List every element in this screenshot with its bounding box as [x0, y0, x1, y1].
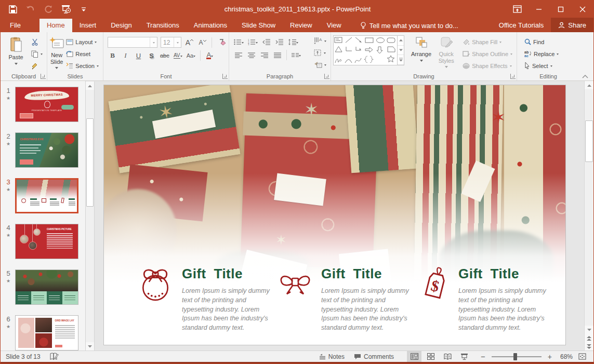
font-color-button[interactable]: A: [205, 50, 215, 61]
tab-animations[interactable]: Animations: [187, 19, 234, 32]
tab-home[interactable]: Home: [39, 19, 72, 32]
price-tag-icon[interactable]: $: [422, 266, 449, 303]
shapes-scroll-down[interactable]: [398, 46, 404, 56]
new-slide-button[interactable]: New Slide: [49, 35, 64, 71]
bow-icon[interactable]: [279, 270, 312, 297]
shape-effects-button[interactable]: Shape Effects: [460, 60, 514, 71]
zoom-slider-thumb[interactable]: [513, 353, 517, 360]
tab-file[interactable]: File: [1, 19, 30, 32]
bold-button[interactable]: B: [108, 50, 117, 61]
comments-toggle[interactable]: Comments: [350, 352, 398, 361]
increase-indent-button[interactable]: [274, 37, 284, 47]
save-icon[interactable]: [8, 4, 18, 15]
layout-button[interactable]: Layout: [64, 36, 101, 47]
customize-qat-icon[interactable]: [78, 4, 89, 15]
align-text-button[interactable]: [312, 47, 328, 58]
tab-insert[interactable]: Insert: [72, 19, 104, 32]
tab-transitions[interactable]: Transitions: [139, 19, 187, 32]
bullets-button[interactable]: [233, 37, 244, 47]
undo-icon[interactable]: [25, 4, 36, 15]
gift-title-3[interactable]: Gift Title: [458, 266, 548, 282]
section-button[interactable]: Section: [64, 60, 101, 71]
ribbon-display-options-icon[interactable]: [506, 1, 528, 18]
thumbnail-slide-5[interactable]: 5★: [1, 269, 85, 305]
drawing-dialog-launcher[interactable]: [510, 74, 516, 79]
gift-title-1[interactable]: Gift Title: [182, 266, 271, 282]
slide-5-preview[interactable]: [15, 269, 78, 305]
reading-view-button[interactable]: [440, 351, 455, 362]
clipboard-dialog-launcher[interactable]: [41, 74, 46, 79]
start-from-beginning-icon[interactable]: [61, 4, 71, 15]
shrink-font-button[interactable]: A: [197, 37, 207, 48]
numbering-button[interactable]: 123: [247, 37, 258, 47]
scroll-down-arrow[interactable]: [585, 326, 593, 334]
copy-button[interactable]: [29, 48, 45, 59]
previous-slide-button[interactable]: [585, 334, 593, 342]
arrange-button[interactable]: Arrange: [408, 34, 434, 63]
cut-button[interactable]: [29, 36, 45, 47]
align-right-button[interactable]: [259, 50, 269, 60]
convert-smartart-button[interactable]: [312, 59, 328, 70]
gift-body-3[interactable]: Lorem Ipsum is simply dummy text of the …: [458, 287, 548, 333]
slide-2-preview[interactable]: CHRISTMAS EVE: [15, 132, 78, 168]
replace-button[interactable]: abac Replace: [522, 48, 561, 59]
maximize-button[interactable]: [550, 1, 572, 18]
thumbnail-slide-2[interactable]: 2★ CHRISTMAS EVE: [1, 132, 85, 168]
fit-slide-to-window-button[interactable]: [575, 351, 589, 362]
thumbnail-slide-4[interactable]: 4★ CHRISTMAS PICTURE: [1, 224, 85, 259]
font-size-combo[interactable]: 12: [161, 37, 181, 48]
next-slide-button[interactable]: [585, 342, 593, 350]
thumbnail-slide-1[interactable]: 1★ MERRY CHRISTMAS PRESENTATION TEMPLATE: [1, 87, 85, 122]
scroll-track[interactable]: [585, 89, 593, 326]
slide-4-preview[interactable]: CHRISTMAS PICTURE: [15, 224, 78, 259]
minimize-button[interactable]: [528, 1, 550, 18]
paste-button[interactable]: Paste: [3, 35, 29, 66]
thumbnail-slide-6[interactable]: 6★ GRID IMAGE LAY: [1, 315, 85, 350]
columns-button[interactable]: [291, 50, 301, 60]
shapes-scroll-up[interactable]: [398, 36, 404, 46]
collapse-ribbon-icon[interactable]: [582, 75, 588, 78]
italic-button[interactable]: I: [121, 50, 130, 61]
shape-outline-button[interactable]: Shape Outline: [460, 48, 514, 59]
wreath-icon[interactable]: [138, 266, 173, 302]
reset-button[interactable]: Reset: [64, 48, 101, 59]
find-button[interactable]: Find: [522, 36, 561, 47]
slide-show-view-button[interactable]: [457, 351, 471, 362]
gift-section-3[interactable]: $ Gift Title Lorem Ipsum is simply dummy…: [422, 266, 548, 333]
gift-title-2[interactable]: Gift Title: [321, 266, 411, 282]
slide-1-preview[interactable]: MERRY CHRISTMAS PRESENTATION TEMPLATE: [15, 87, 78, 122]
scroll-thumb[interactable]: [585, 120, 593, 162]
select-button[interactable]: Select: [522, 60, 561, 71]
shape-fill-button[interactable]: Shape Fill: [460, 36, 514, 47]
character-spacing-button[interactable]: AV: [173, 50, 183, 61]
clear-formatting-button[interactable]: [216, 37, 226, 48]
line-spacing-button[interactable]: [287, 37, 299, 47]
zoom-slider[interactable]: [492, 356, 542, 357]
slide-3-preview[interactable]: [15, 178, 78, 213]
justify-button[interactable]: [272, 50, 282, 60]
format-painter-button[interactable]: [29, 60, 45, 71]
share-button[interactable]: Share: [551, 18, 593, 32]
shapes-gallery[interactable]: [333, 35, 404, 65]
tab-design[interactable]: Design: [103, 19, 139, 32]
gift-body-2[interactable]: Lorem Ipsum is simply dummy text of the …: [321, 287, 411, 333]
tab-review[interactable]: Review: [283, 19, 320, 32]
current-slide[interactable]: ✶ ✶ ✶ ✶: [103, 85, 566, 345]
normal-view-button[interactable]: [407, 351, 421, 362]
strikethrough-button[interactable]: abc: [160, 50, 170, 61]
thumbnail-slide-3-selected[interactable]: 3★: [1, 178, 85, 213]
office-tutorials-link[interactable]: Office Tutorials: [492, 21, 551, 32]
slide-6-preview[interactable]: GRID IMAGE LAY: [15, 315, 78, 350]
zoom-percentage[interactable]: 68%: [555, 353, 573, 360]
change-case-button[interactable]: Aa: [186, 50, 196, 61]
text-direction-button[interactable]: A: [312, 35, 328, 46]
proofing-icon[interactable]: [50, 353, 59, 360]
shapes-more-button[interactable]: [398, 55, 404, 65]
gift-section-2[interactable]: Gift Title Lorem Ipsum is simply dummy t…: [279, 266, 411, 333]
font-name-combo[interactable]: [108, 37, 157, 48]
quick-styles-button[interactable]: Quick Styles: [434, 34, 458, 70]
scroll-up-arrow[interactable]: [585, 81, 593, 89]
zoom-out-button[interactable]: −: [480, 351, 486, 362]
notes-toggle[interactable]: Notes: [315, 352, 348, 361]
tell-me-box[interactable]: Tell me what you want to do...: [360, 22, 458, 32]
